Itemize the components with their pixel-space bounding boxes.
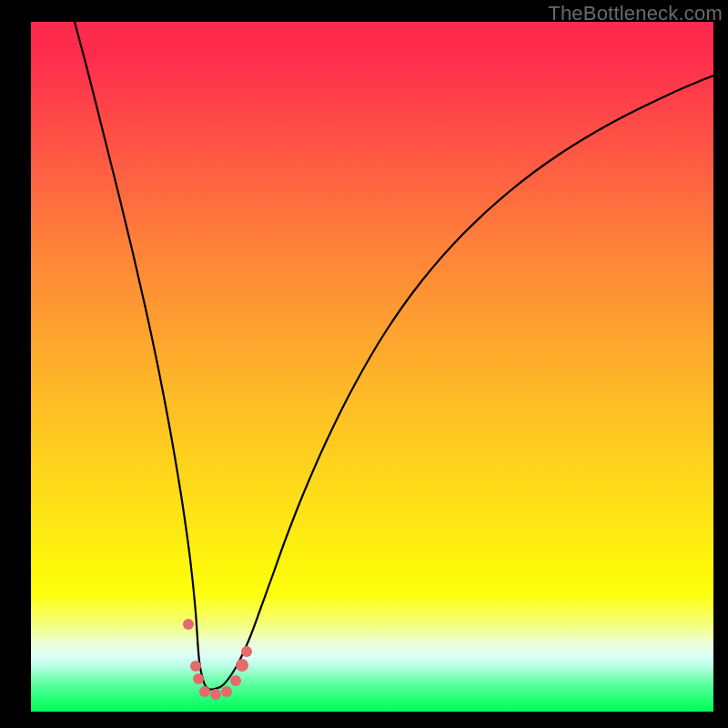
dot-bottom-b	[210, 689, 221, 700]
dot-left-mid	[190, 661, 201, 672]
curve-svg	[31, 22, 713, 712]
dot-right-upper	[236, 659, 248, 672]
dot-left-upper	[183, 619, 194, 630]
dot-right-lower	[230, 675, 241, 686]
chart-frame: TheBottleneck.com	[0, 0, 728, 728]
bottleneck-curve	[75, 22, 713, 690]
dot-bottom-c	[221, 686, 232, 697]
plot-area	[31, 22, 713, 712]
dot-right-top	[241, 646, 252, 657]
dot-bottom-a	[199, 686, 210, 697]
dot-left-lower	[193, 673, 204, 684]
watermark-text: TheBottleneck.com	[548, 2, 723, 25]
